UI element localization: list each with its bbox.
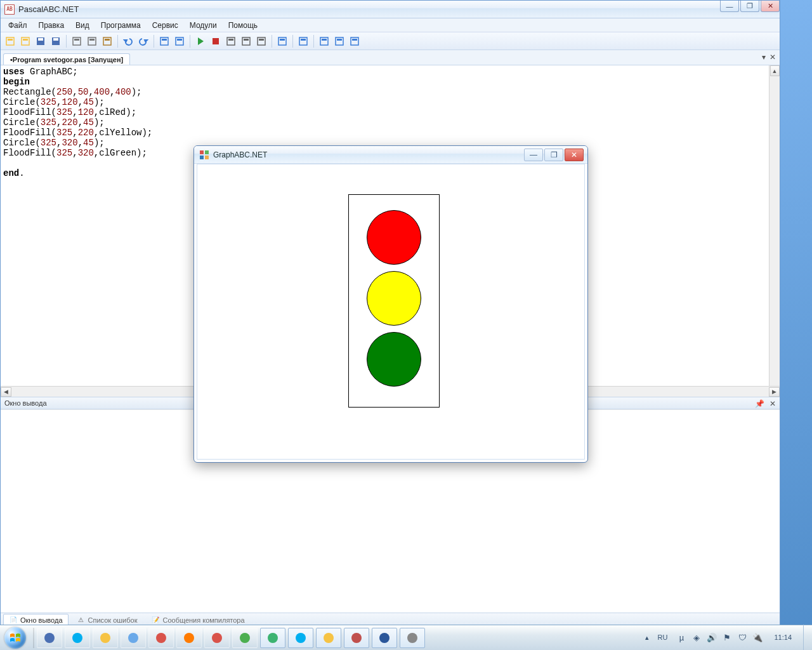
child-close-button[interactable]: ✕	[565, 149, 584, 161]
svg-point-40	[72, 633, 82, 643]
tab-close-icon[interactable]: ✕	[769, 53, 776, 62]
close-button[interactable]: ✕	[761, 1, 780, 12]
menu-модули[interactable]: Модули	[185, 20, 222, 31]
taskbar-quicktime-icon[interactable]	[93, 628, 118, 648]
save-all-icon[interactable]	[49, 34, 63, 48]
menu-вид[interactable]: Вид	[70, 20, 95, 31]
menu-сервис[interactable]: Сервис	[147, 20, 183, 31]
step-into-icon[interactable]	[224, 34, 238, 48]
tray-expand-icon[interactable]: ▴	[645, 633, 649, 642]
scroll-up-icon[interactable]: ▲	[770, 65, 780, 76]
child-title-bar[interactable]: GraphABC.NET — ❐ ✕	[194, 146, 587, 164]
taskbar-skype-icon[interactable]	[288, 628, 313, 648]
menu-помощь[interactable]: Помощь	[223, 20, 263, 31]
language-indicator[interactable]: RU	[655, 632, 671, 642]
child-canvas-area	[197, 164, 585, 460]
pin-icon[interactable]: 📌	[755, 399, 764, 408]
clock[interactable]: 11:14	[769, 633, 797, 641]
navigate-forward-icon[interactable]	[173, 34, 187, 48]
module-list-icon[interactable]	[348, 34, 362, 48]
taskbar-pascalabc-icon[interactable]	[344, 628, 369, 648]
menu-файл[interactable]: Файл	[3, 20, 32, 31]
child-minimize-button[interactable]: —	[524, 149, 543, 161]
taskbar[interactable]: ▴ RU µ◈🔊⚑🛡🔌 11:14	[0, 625, 812, 650]
taskbar-yandex-icon[interactable]	[148, 628, 174, 648]
power-icon[interactable]: 🔌	[752, 632, 763, 642]
cut-icon[interactable]	[70, 34, 84, 48]
bottom-tab-label: Сообщения компилятора	[162, 616, 244, 624]
taskbar-chrome-icon[interactable]	[232, 628, 258, 648]
taskbar-firefox-icon[interactable]	[176, 628, 202, 648]
module-icon[interactable]	[317, 34, 331, 48]
navigate-back-icon[interactable]	[157, 34, 171, 48]
taskbar-explorer-icon[interactable]	[316, 628, 341, 648]
svg-point-41	[100, 633, 110, 643]
svg-point-44	[184, 633, 194, 643]
toolbar-separator	[66, 35, 67, 48]
svg-rect-13	[105, 39, 110, 41]
taskbar-utorrent-icon[interactable]	[260, 628, 285, 648]
svg-rect-16	[176, 37, 183, 45]
svg-rect-36	[205, 150, 209, 154]
svg-rect-14	[160, 37, 168, 45]
desktop-wallpaper	[780, 0, 812, 650]
show-desktop-button[interactable]	[803, 625, 808, 650]
tab-dropdown-icon[interactable]: ▾	[762, 53, 766, 62]
svg-rect-32	[337, 39, 342, 41]
taskbar-word-icon[interactable]	[372, 628, 397, 648]
scroll-left-icon[interactable]: ◀	[1, 387, 11, 397]
speaker-icon[interactable]: 🔊	[707, 632, 717, 642]
svg-point-46	[240, 633, 250, 643]
taskbar-form-icon[interactable]	[400, 628, 425, 648]
svg-point-47	[268, 633, 278, 643]
taskbar-save-icon[interactable]	[37, 628, 62, 648]
svg-point-52	[407, 633, 417, 643]
run-icon[interactable]	[193, 34, 207, 48]
menu-правка[interactable]: Правка	[34, 20, 70, 31]
svg-rect-31	[336, 37, 343, 45]
svg-rect-30	[322, 39, 327, 41]
menu-программа[interactable]: Программа	[96, 20, 146, 31]
svg-rect-18	[213, 38, 219, 44]
window-icon[interactable]	[296, 34, 310, 48]
graphabc-window[interactable]: GraphABC.NET — ❐ ✕	[193, 145, 588, 463]
start-button[interactable]	[0, 625, 30, 651]
step-out-icon[interactable]	[254, 34, 268, 48]
app-title: PascalABC.NET	[18, 4, 79, 14]
maximize-button[interactable]: ❐	[740, 1, 759, 12]
new-file-icon[interactable]	[3, 34, 17, 48]
paste-icon[interactable]	[100, 34, 114, 48]
svg-point-42	[128, 633, 138, 643]
title-bar[interactable]: AB PascalABC.NET — ❐ ✕	[1, 1, 780, 18]
torrent-icon[interactable]: µ	[676, 632, 686, 642]
flag-icon[interactable]: ⚑	[722, 632, 732, 642]
undo-icon[interactable]	[121, 34, 135, 48]
svg-rect-26	[280, 39, 285, 41]
document-tab[interactable]: •Program svetogor.pas [Запущен]	[3, 53, 130, 65]
copy-icon[interactable]	[85, 34, 99, 48]
redo-icon[interactable]	[136, 34, 150, 48]
toggle-rect-icon[interactable]	[275, 34, 289, 48]
svg-rect-33	[351, 37, 358, 45]
minimize-button[interactable]: —	[720, 1, 739, 12]
scroll-right-icon[interactable]: ▶	[769, 387, 780, 397]
svg-rect-35	[200, 150, 204, 154]
save-icon[interactable]	[34, 34, 48, 48]
vertical-scrollbar[interactable]: ▲ ▼	[769, 65, 780, 397]
taskbar-notepad-icon[interactable]	[121, 628, 146, 648]
refresh-module-icon[interactable]	[332, 34, 346, 48]
main-window: AB PascalABC.NET — ❐ ✕ ФайлПравкаВидПрог…	[0, 0, 780, 650]
svg-rect-15	[162, 39, 167, 41]
child-maximize-button[interactable]: ❐	[544, 149, 563, 161]
stop-icon[interactable]	[209, 34, 223, 48]
system-tray[interactable]: ▴ RU µ◈🔊⚑🛡🔌 11:14	[641, 625, 812, 650]
open-icon[interactable]	[18, 34, 32, 48]
taskbar-star-icon[interactable]	[204, 628, 230, 648]
panel-close-icon[interactable]: ✕	[769, 399, 776, 408]
toolbar-separator	[154, 35, 154, 48]
step-over-icon[interactable]	[239, 34, 253, 48]
security-icon[interactable]: 🛡	[737, 632, 747, 642]
svg-rect-28	[301, 39, 306, 41]
taskbar-skype-glow-icon[interactable]	[65, 628, 90, 648]
wifi-icon[interactable]: ◈	[691, 632, 702, 642]
